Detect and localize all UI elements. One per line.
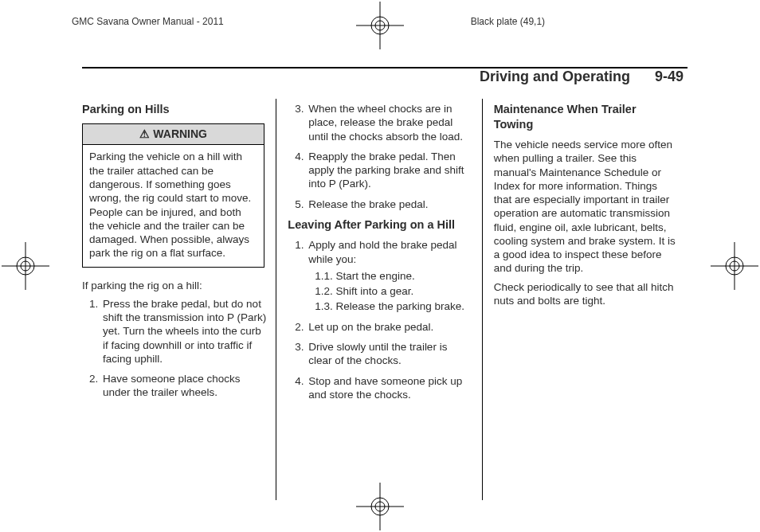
parking-steps-continued: When the wheel chocks are in place, rele…: [288, 102, 472, 211]
pdf-meta-line: GMC Savana Owner Manual - 2011 Black pla…: [72, 16, 688, 27]
warning-box: ⚠WARNING Parking the vehicle on a hill w…: [82, 123, 264, 268]
warning-heading: ⚠WARNING: [83, 124, 264, 146]
list-item: Let up on the brake pedal.: [307, 320, 472, 334]
parking-intro: If parking the rig on a hill:: [82, 279, 266, 292]
leaving-substeps: 1.1. Start the engine. 1.2. Shift into a…: [308, 269, 472, 314]
warning-triangle-icon: ⚠: [139, 127, 150, 140]
heading-leaving-hill: Leaving After Parking on a Hill: [288, 217, 472, 233]
warning-label: WARNING: [153, 127, 207, 140]
warning-body: Parking the vehicle on a hill with the t…: [83, 145, 264, 266]
registration-mark-left: [2, 242, 49, 290]
list-item: Stop and have someone pick up and store …: [307, 374, 472, 402]
leave-step-1: Apply and hold the brake pedal while you…: [308, 239, 456, 264]
column-2: When the wheel chocks are in place, rele…: [276, 99, 481, 500]
list-item: 1.3. Release the parking brake.: [313, 299, 472, 313]
body-columns: Parking on Hills ⚠WARNING Parking the ve…: [82, 99, 688, 500]
plate-id: Black plate (49,1): [471, 16, 545, 27]
heading-maintenance: Maintenance When Trailer Towing: [494, 102, 678, 131]
list-item: Release the brake pedal.: [307, 198, 472, 211]
page-number: 9-49: [655, 68, 684, 84]
heading-parking-hills: Parking on Hills: [82, 102, 266, 117]
list-item: 1.2. Shift into a gear.: [313, 284, 472, 298]
list-item: Have someone place chocks under the trai…: [101, 372, 266, 400]
parking-steps: Press the brake pedal, but do not shift …: [82, 297, 266, 400]
list-item: When the wheel chocks are in place, rele…: [307, 102, 472, 143]
list-item: Drive slowly until the trailer is clear …: [307, 340, 472, 368]
leaving-steps: Apply and hold the brake pedal while you…: [288, 238, 472, 401]
maintenance-para-2: Check periodically to see that all hitch…: [494, 280, 678, 308]
registration-mark-right: [711, 242, 758, 290]
list-item: Apply and hold the brake pedal while you…: [307, 238, 472, 313]
maintenance-para-1: The vehicle needs service more often whe…: [494, 138, 678, 276]
page: GMC Savana Owner Manual - 2011 Black pla…: [0, 0, 760, 532]
column-3: Maintenance When Trailer Towing The vehi…: [482, 99, 688, 500]
list-item: Reapply the brake pedal. Then apply the …: [307, 150, 472, 191]
section-title: Driving and Operating: [480, 68, 630, 84]
column-1: Parking on Hills ⚠WARNING Parking the ve…: [82, 99, 276, 500]
manual-title: GMC Savana Owner Manual - 2011: [72, 16, 224, 27]
list-item: 1.1. Start the engine.: [313, 269, 472, 283]
list-item: Press the brake pedal, but do not shift …: [101, 297, 266, 366]
section-header: Driving and Operating 9-49: [480, 68, 684, 85]
